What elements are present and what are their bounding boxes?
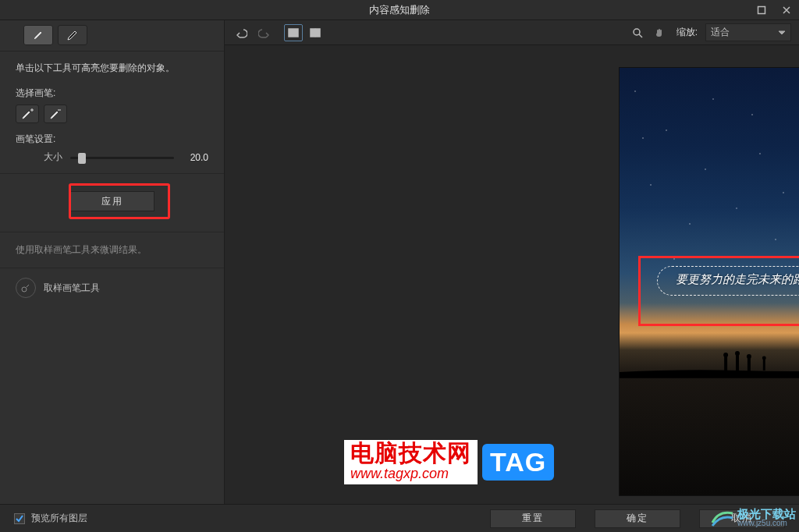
redo-icon [258, 27, 269, 38]
svg-rect-3 [311, 29, 315, 37]
brush-alt-icon [66, 28, 80, 42]
instruction-text: 单击以下工具可高亮您要删除的对象。 [16, 61, 208, 76]
brush-choices [16, 105, 208, 123]
watermark-tag: TAG [482, 444, 554, 481]
zoom-tool-button[interactable] [628, 24, 647, 41]
ok-button[interactable]: 确定 [595, 509, 680, 528]
annotation-highlight [69, 183, 170, 219]
watermark2-name: 极光下载站 [737, 508, 796, 520]
svg-point-9 [735, 351, 740, 356]
watermark-url: www.tagxp.com [350, 465, 471, 483]
view-single-button[interactable] [284, 24, 303, 41]
size-label: 大小 [44, 151, 62, 164]
brush-minus-icon [49, 108, 62, 120]
svg-point-7 [723, 353, 728, 357]
tab-highlight-brush[interactable] [23, 25, 53, 45]
brush-settings-label: 画笔设置: [16, 133, 208, 146]
brush-plus-icon [21, 108, 34, 120]
checkbox-box [14, 513, 25, 524]
undo-icon [236, 27, 247, 38]
close-button[interactable] [774, 0, 799, 20]
sample-brush-tool[interactable]: 取样画笔工具 [0, 268, 224, 307]
svg-rect-0 [758, 7, 765, 14]
window-title: 内容感知删除 [369, 3, 430, 17]
zoom-select[interactable]: 适合 [705, 23, 791, 41]
hint-text: 使用取样画笔工具来微调结果。 [0, 232, 224, 268]
sample-brush-icon [16, 278, 36, 298]
brush-icon [31, 28, 45, 42]
tool-tabs [0, 20, 224, 51]
chevron-down-icon [778, 29, 786, 37]
redo-button[interactable] [254, 24, 273, 41]
svg-rect-8 [736, 355, 739, 372]
sidebar: 单击以下工具可高亮您要删除的对象。 选择画笔: 画笔设置: 大小 20.0 应用… [0, 20, 225, 504]
zoom-value: 适合 [711, 26, 730, 39]
main: 单击以下工具可高亮您要删除的对象。 选择画笔: 画笔设置: 大小 20.0 应用… [0, 20, 799, 504]
watermark-cn: 电脑技术网 [350, 442, 471, 465]
brush-label: 选择画笔: [16, 87, 208, 100]
check-icon [16, 515, 23, 523]
watermark2-url: www.jz5u.com [737, 520, 796, 527]
apply-section: 应用 [0, 174, 224, 232]
annotation-highlight-canvas [638, 256, 799, 326]
aurora-icon [711, 505, 734, 529]
svg-rect-2 [289, 29, 298, 37]
hand-tool-button[interactable] [650, 24, 669, 41]
preview-label: 预览所有图层 [31, 512, 87, 525]
undo-button[interactable] [233, 24, 251, 41]
tab-sample-brush[interactable] [58, 25, 87, 45]
viewport[interactable]: 要更努力的走完未来的路 [225, 45, 799, 504]
reset-button[interactable]: 重置 [490, 509, 576, 528]
maximize-button[interactable] [749, 0, 774, 20]
image-silhouettes [620, 347, 799, 378]
titlebar: 内容感知删除 [0, 0, 799, 20]
size-slider[interactable] [70, 151, 174, 164]
svg-rect-6 [724, 356, 727, 372]
brush-add[interactable] [16, 105, 39, 123]
svg-rect-4 [316, 29, 321, 37]
svg-rect-12 [763, 360, 765, 371]
canvas-area: 缩放: 适合 要更努力的走完未来的路 [225, 20, 799, 504]
size-value: 20.0 [182, 152, 208, 163]
brush-size-row: 大小 20.0 [16, 151, 208, 164]
svg-point-13 [762, 356, 766, 360]
brush-subtract[interactable] [44, 105, 67, 123]
svg-rect-10 [748, 358, 751, 372]
magnifier-icon [632, 27, 643, 38]
window-controls [749, 0, 799, 20]
zoom-label: 缩放: [676, 26, 698, 39]
svg-point-1 [22, 287, 27, 292]
hand-icon [654, 27, 665, 38]
split-view-icon [310, 27, 321, 38]
preview-all-layers-checkbox[interactable]: 预览所有图层 [14, 512, 87, 525]
tool-settings-section: 单击以下工具可高亮您要删除的对象。 选择画笔: 画笔设置: 大小 20.0 [0, 51, 224, 174]
single-view-icon [288, 27, 299, 38]
watermark-jiguang: 极光下载站 www.jz5u.com [711, 505, 796, 529]
svg-point-11 [747, 354, 751, 359]
canvas-toolbar: 缩放: 适合 [225, 20, 799, 45]
sample-tool-label: 取样画笔工具 [44, 282, 100, 295]
bottom-bar: 预览所有图层 重置 确定 取消 [0, 504, 799, 532]
svg-point-5 [634, 29, 640, 35]
view-split-button[interactable] [306, 24, 325, 41]
watermark-tagxp: 电脑技术网 www.tagxp.com TAG [344, 440, 554, 484]
